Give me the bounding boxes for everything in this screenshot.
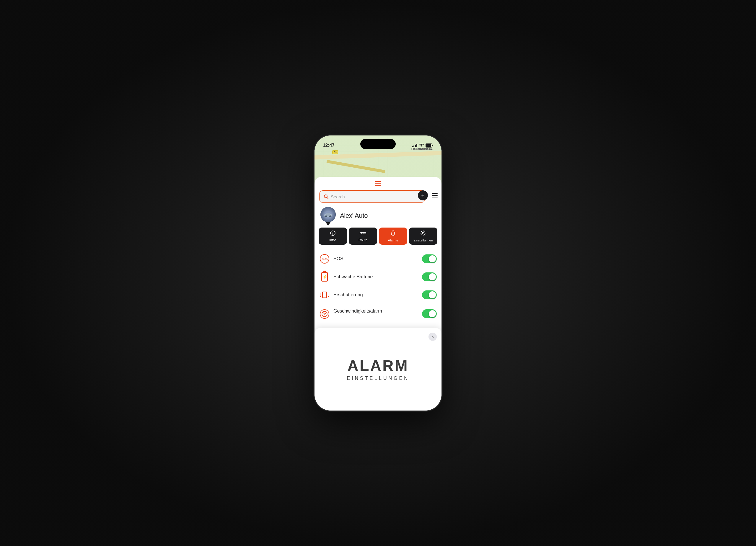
device-avatar xyxy=(320,207,336,222)
search-placeholder: Search xyxy=(331,194,421,199)
speed-label: Geschwindigkeitsalarm xyxy=(333,308,422,314)
phone-screen: B1 FISCHERINSEL 12:47 xyxy=(315,136,441,410)
list-line-1 xyxy=(432,193,438,194)
status-icons xyxy=(412,144,433,148)
modal-close-button[interactable]: × xyxy=(428,332,437,341)
speed-toggle[interactable] xyxy=(422,309,437,318)
bottom-modal: × ALARM EINSTELLUNGEN xyxy=(315,328,441,410)
svg-marker-9 xyxy=(326,222,330,226)
sos-toggle-wrap xyxy=(422,255,437,263)
svg-point-7 xyxy=(325,216,327,217)
vibration-toggle-wrap xyxy=(422,290,437,299)
tab-route-label: Route xyxy=(359,238,367,242)
phone-container: B1 FISCHERINSEL 12:47 xyxy=(315,136,441,410)
sos-toggle[interactable] xyxy=(422,255,437,263)
tab-einstellungen[interactable]: Einstellungen xyxy=(409,228,437,245)
menu-button[interactable] xyxy=(375,181,381,186)
modal-title: ALARM xyxy=(347,357,409,374)
device-name: Alex' Auto xyxy=(340,212,368,220)
wifi-icon xyxy=(419,144,424,147)
main-content-card: Search + xyxy=(315,177,441,410)
lightning-symbol: ⚡ xyxy=(322,274,327,279)
svg-point-15 xyxy=(422,232,424,234)
sos-label: SOS xyxy=(333,256,422,262)
vibration-icon xyxy=(320,291,329,299)
alarm-list: SOS SOS ⚡ Schwac xyxy=(319,250,437,323)
tab-infos-icon xyxy=(330,231,335,237)
speed-icon xyxy=(320,309,329,319)
battery-icon-wrap: ⚡ xyxy=(319,272,330,282)
battery-label: Schwache Batterie xyxy=(333,274,422,280)
tab-alarme[interactable]: Alarme xyxy=(379,228,407,245)
svg-line-4 xyxy=(327,198,328,199)
vibration-icon-wrap xyxy=(319,289,330,300)
battery-icon xyxy=(426,144,433,148)
alarm-item-speed: Geschwindigkeitsalarm xyxy=(319,304,437,323)
add-button[interactable]: + xyxy=(418,190,428,201)
tab-route-icon xyxy=(360,231,366,237)
tab-infos-label: Infos xyxy=(329,238,336,242)
svg-rect-6 xyxy=(326,214,330,216)
alarm-item-sos: SOS SOS xyxy=(319,250,437,268)
tab-einstellungen-icon xyxy=(420,230,426,238)
svg-point-13 xyxy=(360,232,362,234)
menu-line-3 xyxy=(375,185,381,186)
search-bar[interactable]: Search xyxy=(319,190,425,203)
svg-point-8 xyxy=(329,216,331,217)
device-avatar-wrap xyxy=(320,207,336,225)
device-section: Alex' Auto xyxy=(320,207,436,225)
svg-rect-2 xyxy=(432,145,433,146)
vibration-toggle[interactable] xyxy=(422,290,437,299)
sos-icon-wrap: SOS xyxy=(319,254,330,264)
svg-point-14 xyxy=(364,232,366,234)
list-filter-button[interactable] xyxy=(430,190,440,201)
svg-line-18 xyxy=(325,313,326,314)
modal-subtitle: EINSTELLUNGEN xyxy=(347,376,409,381)
menu-line-2 xyxy=(375,183,381,184)
avatar-image xyxy=(320,207,336,222)
battery-toggle-wrap xyxy=(422,273,437,281)
phone-frame: B1 FISCHERINSEL 12:47 xyxy=(315,136,441,410)
add-icon: + xyxy=(421,192,425,199)
signal-icon xyxy=(412,144,417,147)
dynamic-island xyxy=(360,139,396,149)
tab-infos[interactable]: Infos xyxy=(319,228,347,245)
alarm-item-vibration: Erschütterung xyxy=(319,286,437,304)
battery-toggle[interactable] xyxy=(422,273,437,281)
svg-rect-1 xyxy=(426,144,431,147)
vibration-label: Erschütterung xyxy=(333,292,422,298)
list-line-3 xyxy=(432,197,438,198)
search-icon xyxy=(324,194,328,199)
battery-low-icon: ⚡ xyxy=(321,272,328,281)
tab-einstellungen-label: Einstellungen xyxy=(413,239,433,242)
tab-alarme-label: Alarme xyxy=(388,239,398,242)
alarm-item-battery: ⚡ Schwache Batterie xyxy=(319,268,437,286)
tab-row: Infos Route xyxy=(319,228,437,245)
status-time: 12:47 xyxy=(323,143,334,148)
tab-route[interactable]: Route xyxy=(349,228,377,245)
close-icon: × xyxy=(431,334,434,339)
tab-alarme-icon xyxy=(390,230,396,238)
sos-icon: SOS xyxy=(320,254,329,264)
list-line-2 xyxy=(432,195,438,196)
speed-icon-wrap xyxy=(319,309,330,319)
menu-line-1 xyxy=(375,181,381,182)
svg-point-12 xyxy=(333,232,333,233)
speed-toggle-wrap xyxy=(422,309,437,318)
